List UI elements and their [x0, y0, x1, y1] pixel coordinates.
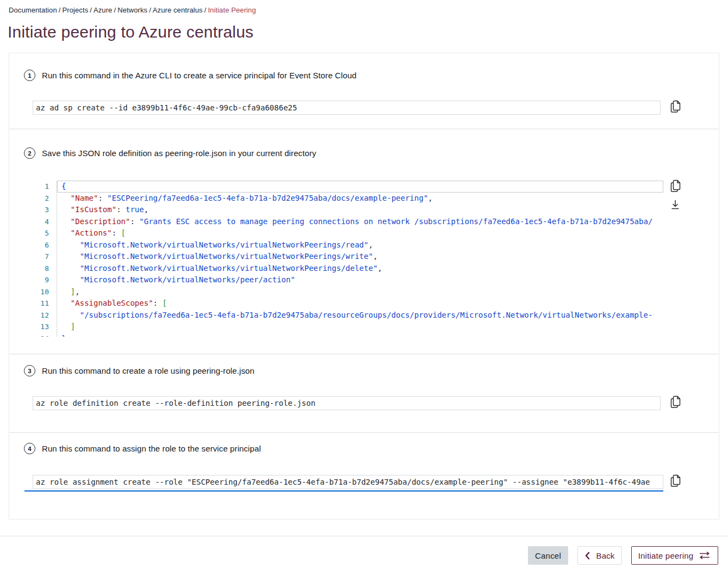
- section-divider: [9, 354, 719, 355]
- code-line-text: "Actions": [: [57, 227, 663, 239]
- breadcrumb-separator: /: [112, 6, 117, 14]
- section-divider: [9, 432, 719, 433]
- line-number: 4: [33, 216, 57, 228]
- code-line-text: }: [57, 333, 663, 337]
- back-button-label: Back: [596, 551, 614, 560]
- breadcrumb-item: Initiate Peering: [208, 6, 256, 14]
- code-line: 3 "IsCustom": true,: [33, 204, 663, 216]
- download-button-json[interactable]: [669, 199, 682, 212]
- code-line-text: "Microsoft.Network/virtualNetworks/virtu…: [57, 251, 663, 263]
- json-editor[interactable]: 1{2 "Name": "ESCPeering/fa7eed6a-1ec5-4e…: [33, 181, 663, 337]
- code-line-text: "Description": "Grants ESC access to man…: [57, 216, 663, 228]
- page-title: Initiate peering to Azure centralus: [8, 22, 253, 42]
- breadcrumb-separator: /: [88, 6, 94, 14]
- breadcrumb-item[interactable]: Azure centralus: [153, 6, 203, 14]
- line-number: 13: [33, 321, 57, 333]
- breadcrumb: Documentation/Projects/Azure/Networks/Az…: [9, 6, 256, 14]
- line-number: 2: [33, 193, 57, 205]
- line-number: 10: [33, 286, 57, 298]
- copy-icon: [669, 179, 682, 194]
- content-card: 1 Run this command in the Azure CLI to c…: [9, 53, 719, 520]
- step-number-badge: 3: [24, 365, 35, 376]
- step-4-header: 4 Run this command to assign the role to…: [24, 443, 261, 454]
- code-line: 6 "Microsoft.Network/virtualNetworks/vir…: [33, 239, 663, 251]
- code-line: 1{: [33, 181, 663, 193]
- breadcrumb-item[interactable]: Networks: [117, 6, 147, 14]
- code-line-text: ]: [57, 321, 663, 333]
- step-number-badge: 2: [24, 147, 35, 159]
- copy-icon: [669, 474, 682, 489]
- copy-icon: [669, 395, 682, 410]
- step-number-badge: 4: [24, 443, 35, 454]
- code-line: 8 "Microsoft.Network/virtualNetworks/vir…: [33, 263, 663, 275]
- copy-button-step1[interactable]: [669, 100, 682, 114]
- code-line: 9 "Microsoft.Network/virtualNetworks/pee…: [33, 274, 663, 286]
- copy-icon: [669, 100, 682, 115]
- line-number: 1: [33, 181, 57, 193]
- section-divider: [9, 128, 719, 129]
- code-line: 7 "Microsoft.Network/virtualNetworks/vir…: [33, 251, 663, 263]
- chevron-left-icon: [584, 552, 590, 560]
- line-number: 14: [33, 333, 57, 337]
- copy-button-json[interactable]: [669, 180, 682, 193]
- json-code-lines: 1{2 "Name": "ESCPeering/fa7eed6a-1ec5-4e…: [33, 181, 663, 337]
- code-line-text: "Microsoft.Network/virtualNetworks/peer/…: [57, 274, 663, 286]
- code-line-text: ],: [57, 286, 663, 298]
- initiate-peering-label: Initiate peering: [638, 551, 694, 560]
- line-number: 9: [33, 274, 57, 286]
- step-label: Save this JSON role definition as peerin…: [42, 149, 316, 158]
- breadcrumb-separator: /: [57, 6, 63, 14]
- step-label: Run this command to assign the role to t…: [42, 444, 261, 453]
- line-number: 11: [33, 298, 57, 310]
- line-number: 3: [33, 204, 57, 216]
- code-line: 2 "Name": "ESCPeering/fa7eed6a-1ec5-4efa…: [33, 193, 663, 205]
- code-line: 13 ]: [33, 321, 663, 333]
- step-label: Run this command in the Azure CLI to cre…: [42, 71, 357, 80]
- download-icon: [669, 199, 681, 213]
- page: Documentation/Projects/Azure/Networks/Az…: [0, 0, 728, 575]
- line-number: 7: [33, 251, 57, 263]
- initiate-peering-button[interactable]: Initiate peering: [631, 546, 718, 565]
- step-label: Run this command to create a role using …: [42, 366, 254, 375]
- line-number: 5: [33, 227, 57, 239]
- swap-arrows-icon: [698, 551, 711, 560]
- breadcrumb-separator: /: [147, 6, 153, 14]
- code-line: 5 "Actions": [: [33, 227, 663, 239]
- horizontal-scrollbar[interactable]: [24, 490, 663, 492]
- line-number: 6: [33, 239, 57, 251]
- code-line: 14}: [33, 333, 663, 337]
- breadcrumb-separator: /: [203, 6, 208, 14]
- code-line: 4 "Description": "Grants ESC access to m…: [33, 216, 663, 228]
- command-box-create-role[interactable]: az role definition create --role-definit…: [33, 396, 661, 410]
- breadcrumb-item[interactable]: Azure: [94, 6, 112, 14]
- copy-button-step3[interactable]: [669, 395, 682, 409]
- footer-actions: Cancel Back Initiate peering: [528, 546, 718, 565]
- footer-divider: [0, 536, 728, 536]
- code-line-text: "Microsoft.Network/virtualNetworks/virtu…: [57, 263, 663, 275]
- breadcrumb-item[interactable]: Projects: [62, 6, 88, 14]
- code-line-text: "IsCustom": true,: [57, 204, 663, 216]
- command-box-create-sp[interactable]: az ad sp create --id e3899b11-4f6c-49ae-…: [33, 101, 661, 115]
- command-box-assign-role[interactable]: az role assignment create --role "ESCPee…: [33, 475, 663, 489]
- code-line-text: "AssignableScopes": [: [57, 298, 663, 310]
- back-button[interactable]: Back: [577, 546, 622, 565]
- code-line: 11 "AssignableScopes": [: [33, 298, 663, 310]
- step-1-header: 1 Run this command in the Azure CLI to c…: [24, 70, 357, 81]
- step-2-header: 2 Save this JSON role definition as peer…: [24, 147, 316, 159]
- code-line-text: "/subscriptions/fa7eed6a-1ec5-4efa-b71a-…: [57, 310, 663, 321]
- step-3-header: 3 Run this command to create a role usin…: [24, 365, 254, 376]
- breadcrumb-item[interactable]: Documentation: [9, 6, 57, 14]
- code-line-text: "Name": "ESCPeering/fa7eed6a-1ec5-4efa-b…: [57, 193, 663, 205]
- cancel-button[interactable]: Cancel: [528, 546, 568, 565]
- code-line: 12 "/subscriptions/fa7eed6a-1ec5-4efa-b7…: [33, 310, 663, 321]
- copy-button-step4[interactable]: [669, 474, 682, 488]
- code-line: 10 ],: [33, 286, 663, 298]
- code-line-text: {: [57, 181, 663, 193]
- code-line-text: "Microsoft.Network/virtualNetworks/virtu…: [57, 239, 663, 251]
- step-number-badge: 1: [24, 70, 35, 81]
- line-number: 8: [33, 263, 57, 275]
- line-number: 12: [33, 310, 57, 321]
